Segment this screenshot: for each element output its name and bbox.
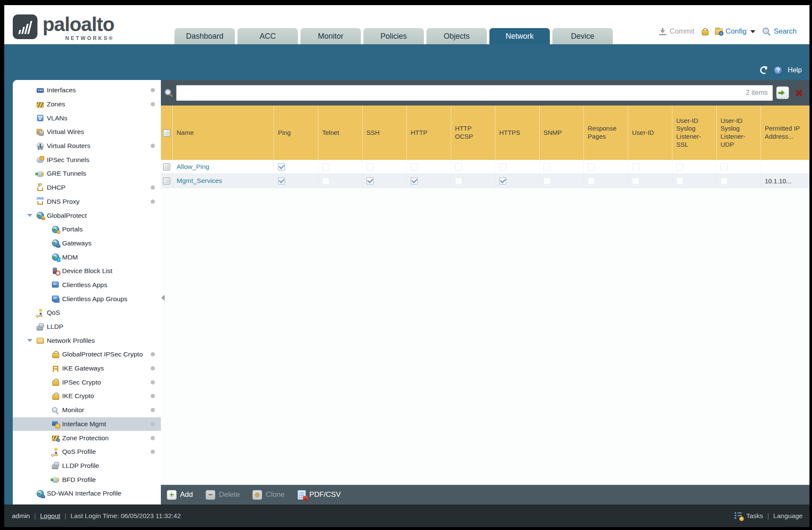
sidebar-item-zone-protection[interactable]: Zone Protection: [13, 431, 161, 445]
config-menu-button[interactable]: Config: [715, 27, 755, 36]
monitor-icon: [52, 407, 59, 414]
lock-icon: [52, 393, 59, 400]
interface-mgmt-icon: [52, 420, 59, 427]
https-checkbox: [499, 177, 506, 185]
sidebar-item-globalprotect[interactable]: GlobalProtect: [13, 208, 161, 222]
col-header-ping[interactable]: Ping: [274, 105, 318, 160]
commit-button[interactable]: Commit: [659, 27, 695, 36]
virtual-wires-icon: [37, 128, 44, 136]
sidebar-item-globalprotect-ipsec-crypto[interactable]: GlobalProtect IPSec Crypto: [13, 348, 161, 362]
user-id-checkbox: [632, 163, 639, 171]
tab-device[interactable]: Device: [552, 28, 613, 44]
item-dot: [151, 144, 155, 148]
lldp-icon: [37, 323, 44, 331]
ping-checkbox: [278, 177, 285, 185]
sidebar-item-network-profiles[interactable]: Network Profiles: [13, 333, 161, 348]
uid-syslog-udp-checkbox: [721, 163, 728, 171]
add-button[interactable]: + Add: [167, 490, 193, 500]
sidebar-item-interface-mgmt[interactable]: Interface Mgmt: [13, 417, 161, 431]
col-header-snmp[interactable]: SNMP: [540, 105, 584, 160]
logged-in-user: admin: [12, 512, 30, 520]
sidebar-collapse-handle[interactable]: [161, 295, 165, 301]
tasks-button[interactable]: Tasks: [735, 512, 763, 520]
sidebar-item-mdm[interactable]: MDM: [13, 250, 161, 264]
apply-filter-button[interactable]: [776, 86, 789, 99]
help-icon[interactable]: ?: [774, 66, 783, 75]
col-header-ssh[interactable]: SSH: [363, 105, 407, 160]
sidebar-item-sdwan-interface-profile[interactable]: SD-WAN Interface Profile: [13, 487, 161, 501]
sidebar-item-interfaces[interactable]: Interfaces: [13, 83, 161, 97]
clone-button[interactable]: Clone: [252, 490, 284, 500]
sidebar-item-ipsec-crypto[interactable]: IPSec Crypto: [13, 375, 161, 389]
global-search-button[interactable]: Search: [762, 27, 797, 36]
sidebar-item-ipsec-tunnels[interactable]: IPSec Tunnels: [13, 153, 161, 167]
col-header-uid-syslog-ssl[interactable]: User-ID Syslog Listener-SSL: [672, 105, 717, 160]
response-pages-checkbox: [588, 163, 595, 171]
sidebar-item-qos[interactable]: QoS: [13, 306, 161, 320]
sidebar-item-zones[interactable]: Zones: [13, 97, 161, 111]
sidebar-item-qos-profile[interactable]: QoS Profile: [13, 445, 161, 459]
logout-link[interactable]: Logout: [40, 512, 60, 520]
row-select-checkbox[interactable]: [163, 163, 170, 171]
language-button[interactable]: Language: [773, 512, 803, 520]
select-all-checkbox[interactable]: [163, 129, 170, 137]
config-folder-icon: [715, 28, 723, 35]
sidebar-item-bfd-profile[interactable]: BFD Profile: [13, 473, 161, 487]
pdf-csv-button[interactable]: PDF/CSV: [297, 490, 341, 500]
tab-policies[interactable]: Policies: [363, 28, 424, 44]
sidebar-item-vlans[interactable]: VLANs: [13, 111, 161, 125]
refresh-icon[interactable]: [759, 66, 769, 75]
delete-button[interactable]: − Delete: [206, 490, 240, 500]
expand-triangle-icon[interactable]: [27, 339, 32, 342]
expand-triangle-icon[interactable]: [27, 214, 32, 217]
sidebar-item-lldp[interactable]: LLDP: [13, 320, 161, 334]
col-header-name[interactable]: Name: [173, 105, 274, 160]
tab-monitor[interactable]: Monitor: [300, 28, 361, 44]
item-dot: [151, 185, 155, 190]
sidebar-item-gre-tunnels[interactable]: GRE Tunnels: [13, 167, 161, 181]
status-bar: admin | Logout | Last Login Time: 06/05/…: [4, 504, 809, 527]
interface-mgmt-panel: 2 items Name Ping Telnet SSH HTTP HTTP O…: [161, 80, 809, 504]
tab-network[interactable]: Network: [489, 28, 550, 44]
tab-dashboard[interactable]: Dashboard: [174, 28, 235, 44]
zone-protection-icon: [52, 434, 59, 442]
tab-acc[interactable]: ACC: [237, 28, 298, 44]
row-select-checkbox[interactable]: [163, 177, 170, 185]
sidebar-item-dhcp[interactable]: DHCP: [13, 181, 161, 195]
uid-syslog-ssl-checkbox: [676, 177, 683, 185]
item-dot: [151, 88, 155, 92]
sidebar-item-portals[interactable]: Portals: [13, 222, 161, 237]
sidebar-item-dns-proxy[interactable]: DNS Proxy: [13, 195, 161, 209]
col-header-https[interactable]: HTTPS: [495, 105, 540, 160]
sidebar-item-clientless-app-groups[interactable]: Clientless App Groups: [13, 292, 161, 306]
sidebar-item-virtual-wires[interactable]: Virtual Wires: [13, 125, 161, 139]
col-header-response-pages[interactable]: Response Pages: [584, 105, 628, 160]
sidebar-item-device-block-list[interactable]: Device Block List: [13, 264, 161, 278]
permitted-ip-value: 10.1.10...: [765, 177, 792, 185]
interfaces-icon: [37, 87, 44, 94]
clear-filter-button[interactable]: [792, 86, 805, 99]
lock-icon[interactable]: [701, 28, 708, 35]
filter-input[interactable]: [176, 85, 773, 101]
col-header-http[interactable]: HTTP: [407, 105, 451, 160]
filter-bar: 2 items: [161, 80, 809, 105]
sidebar-item-ike-crypto[interactable]: IKE Crypto: [13, 389, 161, 403]
item-dot: [151, 408, 155, 412]
sidebar-item-virtual-routers[interactable]: Virtual Routers: [13, 139, 161, 153]
col-header-permitted-ip[interactable]: Permitted IP Address...: [761, 105, 809, 160]
sidebar-item-monitor[interactable]: Monitor: [13, 403, 161, 417]
sidebar-item-gateways[interactable]: Gateways: [13, 237, 161, 251]
sidebar-item-clientless-apps[interactable]: Clientless Apps: [13, 278, 161, 292]
tab-objects[interactable]: Objects: [426, 28, 487, 44]
col-header-user-id[interactable]: User-ID: [628, 105, 672, 160]
items-count: 2 items: [746, 89, 768, 97]
sidebar-item-lldp-profile[interactable]: LLDP Profile: [13, 459, 161, 473]
col-header-http-ocsp[interactable]: HTTP OCSP: [451, 105, 495, 160]
profile-name-link[interactable]: Mgmt_Services: [177, 177, 222, 185]
sidebar-item-ike-gateways[interactable]: IKE Gateways: [13, 362, 161, 376]
profile-name-link[interactable]: Allow_Ping: [177, 163, 209, 171]
col-header-uid-syslog-udp[interactable]: User-ID Syslog Listener-UDP: [717, 105, 761, 160]
help-label[interactable]: Help: [788, 66, 802, 74]
virtual-routers-icon: [37, 142, 44, 150]
col-header-telnet[interactable]: Telnet: [318, 105, 363, 160]
